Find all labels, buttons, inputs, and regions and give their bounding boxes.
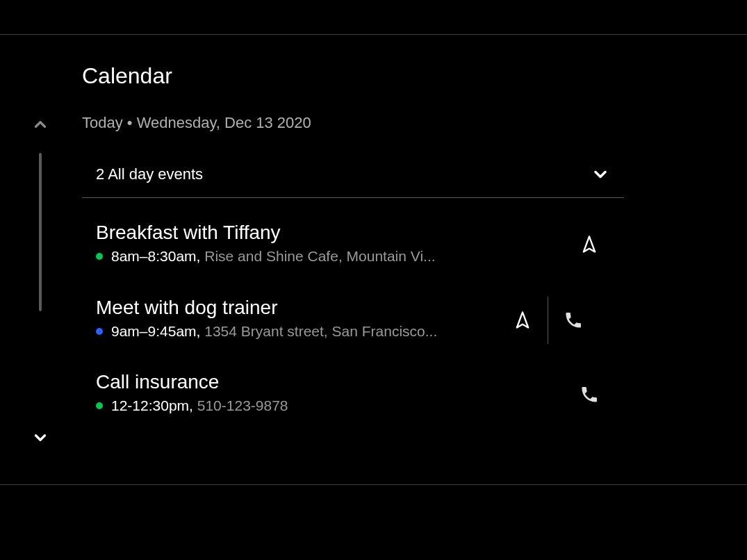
- top-divider: [0, 34, 747, 35]
- navigation-icon: [513, 311, 532, 330]
- event-subtitle: 8am–8:30am, Rise and Shine Cafe, Mountai…: [96, 248, 436, 265]
- event-row[interactable]: Breakfast with Tiffany 8am–8:30am, Rise …: [96, 222, 436, 265]
- call-button[interactable]: [548, 295, 598, 345]
- phone-icon: [580, 385, 599, 404]
- event-location: Rise and Shine Cafe, Mountain Vi...: [204, 248, 435, 264]
- call-button[interactable]: [564, 370, 614, 420]
- scroll-up-button[interactable]: [29, 113, 51, 135]
- bottom-divider: [0, 484, 747, 485]
- event-title: Breakfast with Tiffany: [96, 222, 436, 244]
- event-actions: [498, 295, 598, 345]
- date-subtitle: Today • Wednesday, Dec 13 2020: [82, 114, 311, 132]
- event-title: Meet with dog trainer: [96, 297, 437, 319]
- event-subtitle: 9am–9:45am, 1354 Bryant street, San Fran…: [96, 323, 437, 340]
- event-subtitle: 12-12:30pm, 510-123-9878: [96, 397, 288, 414]
- event-actions: [564, 220, 614, 270]
- chevron-down-icon: [31, 429, 49, 447]
- page-title: Calendar: [82, 63, 172, 89]
- event-location: 510-123-9878: [197, 397, 288, 413]
- event-time: 12-12:30pm,: [111, 397, 193, 413]
- chevron-up-icon: [31, 115, 49, 133]
- list-divider: [82, 197, 624, 198]
- calendar-color-dot: [96, 253, 103, 260]
- navigate-button[interactable]: [564, 220, 614, 270]
- calendar-color-dot: [96, 328, 103, 335]
- chevron-down-icon: [591, 165, 610, 184]
- calendar-color-dot: [96, 402, 103, 409]
- all-day-events-label: 2 All day events: [96, 165, 203, 183]
- event-actions: [564, 370, 614, 420]
- navigate-button[interactable]: [498, 295, 548, 345]
- event-row[interactable]: Meet with dog trainer 9am–9:45am, 1354 B…: [96, 297, 437, 340]
- event-title: Call insurance: [96, 371, 288, 393]
- expand-allday-icon: [591, 165, 610, 184]
- phone-icon: [564, 311, 583, 330]
- scroll-indicator: [39, 153, 42, 311]
- navigation-icon: [580, 235, 599, 254]
- event-row[interactable]: Call insurance 12-12:30pm, 510-123-9878: [96, 371, 288, 414]
- event-time: 9am–9:45am,: [111, 323, 200, 339]
- scroll-down-button[interactable]: [29, 427, 51, 449]
- event-time: 8am–8:30am,: [111, 248, 200, 264]
- event-location: 1354 Bryant street, San Francisco...: [204, 323, 437, 339]
- all-day-events-row[interactable]: 2 All day events: [82, 151, 624, 197]
